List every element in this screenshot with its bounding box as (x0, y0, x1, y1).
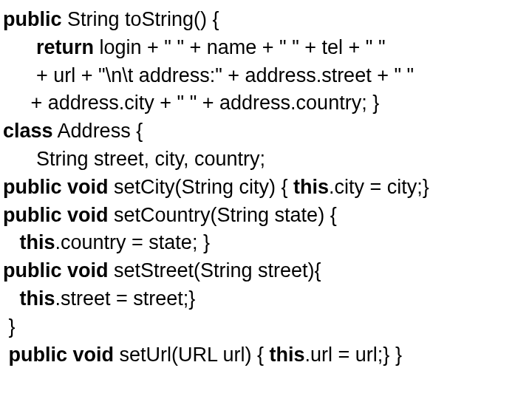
code-line-1: public String toString() { (3, 6, 529, 34)
code-text: setStreet(String street){ (109, 259, 321, 282)
keyword-this: this (20, 287, 55, 310)
code-text: Address { (53, 120, 143, 142)
code-text: setCity(String city) { (109, 176, 294, 198)
indent (3, 344, 9, 366)
code-line-8: public void setCountry(String state) { (3, 202, 529, 230)
code-line-9: this.country = state; } (3, 229, 529, 257)
keyword-this: this (20, 231, 55, 253)
keyword-public-void: public void (3, 204, 109, 226)
code-text: .url = url;} } (305, 344, 402, 366)
code-line-10: public void setStreet(String street){ (3, 257, 529, 285)
indent (3, 36, 36, 58)
code-text: + url + "\n\t address:" + address.street… (3, 64, 414, 86)
indent (3, 287, 20, 310)
code-text: String toString() { (62, 8, 225, 30)
code-line-5: class Address { (3, 117, 529, 146)
code-text: .city = city;} (329, 176, 429, 198)
keyword-this: this (293, 176, 329, 198)
code-text: .country = state; } (55, 231, 210, 253)
code-line-11: this.street = street;} (3, 285, 529, 313)
keyword-public-void: public void (3, 259, 109, 282)
keyword-this: this (270, 344, 305, 366)
keyword-class: class (3, 120, 53, 142)
code-line-3: + url + "\n\t address:" + address.street… (3, 62, 529, 90)
keyword-public: public (3, 8, 62, 30)
keyword-public-void: public void (3, 176, 109, 198)
code-text: String street, city, country; (3, 148, 265, 170)
code-text: setUrl(URL url) { (114, 344, 270, 366)
indent (3, 231, 20, 253)
code-line-2: return login + " " + name + " " + tel + … (3, 34, 529, 62)
code-text: + address.city + " " + address.country; … (3, 92, 379, 114)
code-text: } (3, 316, 16, 338)
code-text: .street = street;} (55, 287, 196, 310)
code-line-6: String street, city, country; (3, 146, 529, 174)
code-line-12: } (3, 313, 529, 341)
keyword-return: return (36, 36, 94, 58)
keyword-public-void: public void (9, 344, 115, 366)
code-line-13: public void setUrl(URL url) { this.url =… (3, 341, 529, 369)
code-text: setCountry(String state) { (109, 204, 337, 226)
code-snippet: public String toString() { return login … (0, 0, 532, 369)
code-text: login + " " + name + " " + tel + " " (94, 36, 385, 58)
code-line-4: + address.city + " " + address.country; … (3, 89, 529, 117)
code-line-7: public void setCity(String city) { this.… (3, 174, 529, 202)
